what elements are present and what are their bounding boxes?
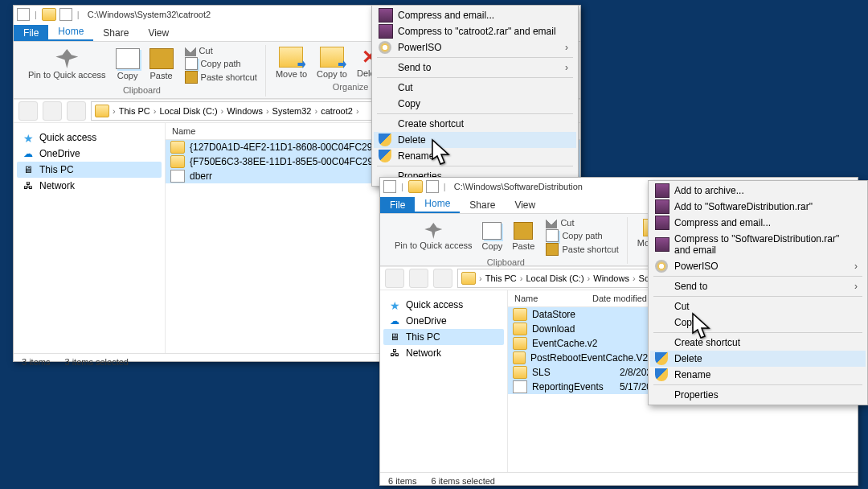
ctx-delete[interactable]: Delete (650, 351, 866, 367)
tab-file[interactable]: File (14, 25, 48, 41)
nav-item-network[interactable]: 🖧Network (383, 345, 504, 361)
separator (653, 384, 862, 385)
nav-item-this-pc[interactable]: 🖥This PC (17, 162, 162, 178)
copypath-icon (546, 229, 559, 242)
folder-icon (513, 366, 527, 379)
file-icon (170, 170, 185, 183)
crumb-c[interactable]: Local Disk (C:) (526, 273, 583, 283)
file-name: PostRebootEventCache.V2 (530, 352, 648, 364)
crumb-c[interactable]: Local Disk (C:) (159, 106, 217, 116)
ctx-compress-to-softwaredistribution-rar-and-email[interactable]: Compress to "SoftwareDistribution.rar" a… (650, 231, 866, 258)
back-button[interactable] (18, 101, 38, 121)
ctx-add-to-archive-[interactable]: Add to archive... (650, 183, 866, 199)
tab-view[interactable]: View (505, 197, 545, 213)
file-name: SLS (532, 367, 620, 378)
tab-file[interactable]: File (380, 197, 415, 213)
ctx-copy[interactable]: Copy (650, 314, 866, 331)
tab-share[interactable]: Share (93, 25, 138, 41)
crumb-windows[interactable]: Windows (227, 106, 263, 116)
ctx-create-shortcut[interactable]: Create shortcut (374, 116, 576, 132)
ctx-rename[interactable]: Rename (374, 148, 576, 164)
separator (653, 332, 862, 333)
ctx-label: Delete (674, 353, 702, 364)
ctx-send-to[interactable]: Send to› (650, 278, 866, 294)
folder-icon (461, 272, 476, 285)
qat-icon[interactable] (426, 180, 439, 193)
col-name[interactable]: Name (508, 290, 586, 306)
crumb-system32[interactable]: System32 (272, 106, 312, 116)
rar-icon (655, 199, 669, 214)
ctx-compress-to-catroot-rar-and-email[interactable]: Compress to "catroot2.rar" and email (374, 23, 576, 39)
forward-button[interactable] (409, 269, 428, 288)
crumb-thispc[interactable]: This PC (119, 106, 150, 116)
crumb-thispc[interactable]: This PC (485, 273, 517, 283)
copy-button[interactable]: Copy (113, 47, 143, 82)
pin-button[interactable]: Pin to Quick access (391, 221, 476, 252)
star-icon: ★ (390, 299, 401, 310)
ctx-poweriso[interactable]: PowerISO› (374, 39, 576, 55)
ctx-compress-and-email-[interactable]: Compress and email... (650, 215, 866, 231)
pasteshortcut-button[interactable]: Paste shortcut (183, 71, 259, 84)
cut-button[interactable]: Cut (544, 217, 620, 228)
crumb-windows[interactable]: Windows (593, 273, 629, 283)
rar-icon (379, 24, 393, 39)
paste-button[interactable]: Paste (509, 220, 538, 253)
title-path: C:\Windows\System32\catroot2 (88, 10, 211, 19)
moveto-button[interactable]: Move to (272, 45, 310, 80)
tab-home[interactable]: Home (48, 23, 93, 41)
nav-item-quick-access[interactable]: ★Quick access (383, 297, 504, 313)
copypath-button[interactable]: Copy path (544, 229, 620, 242)
nav-item-onedrive[interactable]: ☁OneDrive (17, 146, 162, 162)
back-button[interactable] (385, 269, 404, 288)
ctx-rename[interactable]: Rename (650, 367, 866, 383)
up-button[interactable] (433, 269, 452, 288)
folder-icon (408, 180, 423, 193)
system-menu-icon[interactable] (383, 180, 396, 193)
crumb-catroot2[interactable]: catroot2 (321, 106, 353, 116)
copyto-button[interactable]: Copy to (313, 45, 350, 80)
cut-button[interactable]: Cut (183, 45, 259, 56)
nav-item-network[interactable]: 🖧Network (17, 178, 162, 194)
ctx-compress-and-email-[interactable]: Compress and email... (374, 7, 576, 23)
separator (653, 296, 862, 297)
ctx-label: Compress to "SoftwareDistribution.rar" a… (674, 233, 858, 256)
nav-item-label: OneDrive (39, 148, 80, 159)
ctx-label: Copy (674, 317, 697, 328)
ctx-send-to[interactable]: Send to› (374, 60, 576, 76)
pasteshortcut-button[interactable]: Paste shortcut (544, 243, 620, 256)
tab-view[interactable]: View (138, 25, 178, 41)
pin-button[interactable]: Pin to Quick access (25, 47, 109, 81)
system-menu-icon[interactable] (17, 8, 30, 21)
rar-icon (379, 8, 393, 23)
ctx-cut[interactable]: Cut (650, 298, 866, 314)
folder-icon (513, 337, 527, 350)
copypath-button[interactable]: Copy path (183, 57, 259, 70)
ctx-copy[interactable]: Copy (374, 96, 576, 112)
status-selected: 3 items selected (64, 357, 128, 367)
qat-icon[interactable] (59, 8, 72, 21)
context-menu-2[interactable]: Add to archive...Add to "SoftwareDistrib… (648, 180, 868, 405)
context-menu-1[interactable]: Compress and email...Compress to "catroo… (371, 5, 579, 187)
forward-button[interactable] (43, 101, 62, 121)
paste-button[interactable]: Paste (146, 47, 177, 82)
nav-item-quick-access[interactable]: ★Quick access (17, 129, 162, 146)
tab-share[interactable]: Share (460, 197, 505, 213)
ctx-label: PowerISO (674, 261, 719, 272)
nav-item-this-pc[interactable]: 🖥This PC (383, 329, 504, 345)
ctx-properties[interactable]: Properties (650, 387, 866, 403)
cloud-icon: ☁ (390, 315, 401, 327)
ctx-delete[interactable]: Delete (374, 132, 576, 148)
up-button[interactable] (67, 101, 86, 121)
nav-item-onedrive[interactable]: ☁OneDrive (383, 313, 504, 329)
tab-home[interactable]: Home (415, 195, 460, 213)
ctx-add-to-softwaredistribution-rar-[interactable]: Add to "SoftwareDistribution.rar" (650, 199, 866, 215)
ctx-poweriso[interactable]: PowerISO› (650, 258, 866, 274)
ctx-label: Send to (674, 281, 707, 292)
nav-item-label: OneDrive (406, 315, 447, 327)
copy-button[interactable]: Copy (479, 220, 506, 253)
nav-item-label: Quick access (406, 299, 463, 310)
ctx-create-shortcut[interactable]: Create shortcut (650, 335, 866, 351)
ctx-cut[interactable]: Cut (374, 80, 576, 96)
file-name: Download (532, 323, 620, 335)
folder-icon (170, 155, 185, 168)
